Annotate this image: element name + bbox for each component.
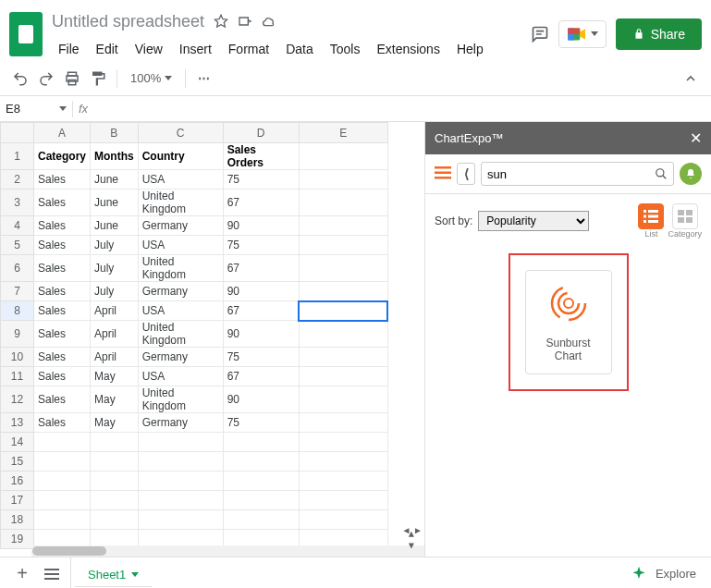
cloud-icon[interactable] [262, 14, 276, 29]
col-header-E[interactable]: E [299, 123, 387, 143]
menu-edit[interactable]: Edit [90, 38, 125, 60]
print-button[interactable] [59, 66, 85, 92]
cell-C4[interactable]: Germany [138, 216, 223, 236]
cell-A13[interactable]: Sales [34, 413, 91, 433]
cell-E3[interactable] [299, 190, 387, 216]
cell-D3[interactable]: 67 [223, 190, 299, 216]
cell-A8[interactable]: Sales [34, 301, 91, 321]
row-header-9[interactable]: 9 [1, 321, 34, 348]
cell-A17[interactable] [34, 491, 91, 510]
cell-A9[interactable]: Sales [34, 321, 91, 348]
cell-E13[interactable] [299, 413, 387, 433]
meet-button[interactable] [558, 20, 607, 48]
cell-C15[interactable] [138, 452, 223, 472]
cell-B14[interactable] [91, 433, 139, 452]
cell-E17[interactable] [299, 491, 387, 510]
cell-C5[interactable]: USA [138, 236, 223, 255]
sheet-tab[interactable]: Sheet1 [75, 560, 152, 587]
close-icon[interactable]: ✕ [690, 129, 702, 147]
row-header-15[interactable]: 15 [1, 452, 34, 472]
row-header-7[interactable]: 7 [1, 282, 34, 301]
cell-D9[interactable]: 90 [223, 321, 299, 348]
cell-A1[interactable]: Category [34, 143, 91, 170]
back-button[interactable]: ⟨ [457, 163, 475, 185]
cell-A6[interactable]: Sales [34, 255, 91, 282]
search-box[interactable] [481, 162, 674, 186]
cell-B8[interactable]: April [91, 301, 139, 321]
cell-A16[interactable] [34, 472, 91, 491]
sort-select[interactable]: Popularity [478, 211, 589, 231]
spreadsheet[interactable]: ABCDE1CategoryMonthsCountrySales Orders2… [0, 122, 425, 557]
cell-B3[interactable]: June [91, 190, 139, 216]
row-header-19[interactable]: 19 [1, 530, 34, 549]
cell-E2[interactable] [299, 170, 387, 190]
cell-C11[interactable]: USA [138, 367, 223, 386]
cell-D18[interactable] [223, 510, 299, 530]
add-sheet-button[interactable]: + [7, 559, 37, 589]
cell-C10[interactable]: Germany [138, 348, 223, 367]
row-header-13[interactable]: 13 [1, 413, 34, 433]
menu-insert[interactable]: Insert [173, 38, 218, 60]
cell-D15[interactable] [223, 452, 299, 472]
cell-D2[interactable]: 75 [223, 170, 299, 190]
redo-button[interactable] [33, 66, 59, 92]
cell-C17[interactable] [138, 491, 223, 510]
row-header-14[interactable]: 14 [1, 433, 34, 452]
cell-B2[interactable]: June [91, 170, 139, 190]
cell-B10[interactable]: April [91, 348, 139, 367]
cell-E6[interactable] [299, 255, 387, 282]
row-header-10[interactable]: 10 [1, 348, 34, 367]
category-view-button[interactable] [672, 203, 698, 229]
cell-B17[interactable] [91, 491, 139, 510]
row-header-11[interactable]: 11 [1, 367, 34, 386]
cell-E4[interactable] [299, 216, 387, 236]
cell-D7[interactable]: 90 [223, 282, 299, 301]
cell-A7[interactable]: Sales [34, 282, 91, 301]
row-header-18[interactable]: 18 [1, 510, 34, 530]
cell-B5[interactable]: July [91, 236, 139, 255]
cell-E7[interactable] [299, 282, 387, 301]
nav-arrows[interactable]: ◄ ►◄ ► [401, 527, 423, 544]
formula-input[interactable] [93, 102, 705, 116]
cell-C3[interactable]: United Kingdom [138, 190, 223, 216]
cell-A5[interactable]: Sales [34, 236, 91, 255]
cell-D13[interactable]: 75 [223, 413, 299, 433]
cell-A4[interactable]: Sales [34, 216, 91, 236]
all-sheets-button[interactable] [37, 559, 67, 589]
cell-D4[interactable]: 90 [223, 216, 299, 236]
menu-help[interactable]: Help [450, 38, 490, 60]
explore-button[interactable]: Explore [622, 561, 704, 587]
menu-format[interactable]: Format [222, 38, 276, 60]
doc-title[interactable]: Untitled spreadsheet [52, 12, 204, 31]
col-header-C[interactable]: C [138, 123, 223, 143]
cell-B9[interactable]: April [91, 321, 139, 348]
cell-C8[interactable]: USA [138, 301, 223, 321]
cell-C13[interactable]: Germany [138, 413, 223, 433]
cell-B4[interactable]: June [91, 216, 139, 236]
collapse-button[interactable] [678, 66, 704, 92]
cell-C2[interactable]: USA [138, 170, 223, 190]
cell-C1[interactable]: Country [138, 143, 223, 170]
menu-file[interactable]: File [52, 38, 86, 60]
cell-A10[interactable]: Sales [34, 348, 91, 367]
cell-C7[interactable]: Germany [138, 282, 223, 301]
menu-icon[interactable] [435, 166, 451, 182]
cell-E8[interactable] [299, 301, 387, 321]
col-header-D[interactable]: D [223, 123, 299, 143]
cell-D10[interactable]: 75 [223, 348, 299, 367]
cell-C6[interactable]: United Kingdom [138, 255, 223, 282]
cell-B1[interactable]: Months [91, 143, 139, 170]
row-header-4[interactable]: 4 [1, 216, 34, 236]
chart-card[interactable]: Sunburst Chart [525, 270, 612, 374]
zoom-select[interactable]: 100% [123, 71, 179, 85]
row-header-8[interactable]: 8 [1, 301, 34, 321]
cell-D5[interactable]: 75 [223, 236, 299, 255]
sheets-logo[interactable] [9, 12, 43, 56]
cell-A3[interactable]: Sales [34, 190, 91, 216]
cell-D1[interactable]: Sales Orders [223, 143, 299, 170]
cell-C16[interactable] [138, 472, 223, 491]
menu-data[interactable]: Data [279, 38, 320, 60]
row-header-6[interactable]: 6 [1, 255, 34, 282]
cell-D14[interactable] [223, 433, 299, 452]
cell-D16[interactable] [223, 472, 299, 491]
